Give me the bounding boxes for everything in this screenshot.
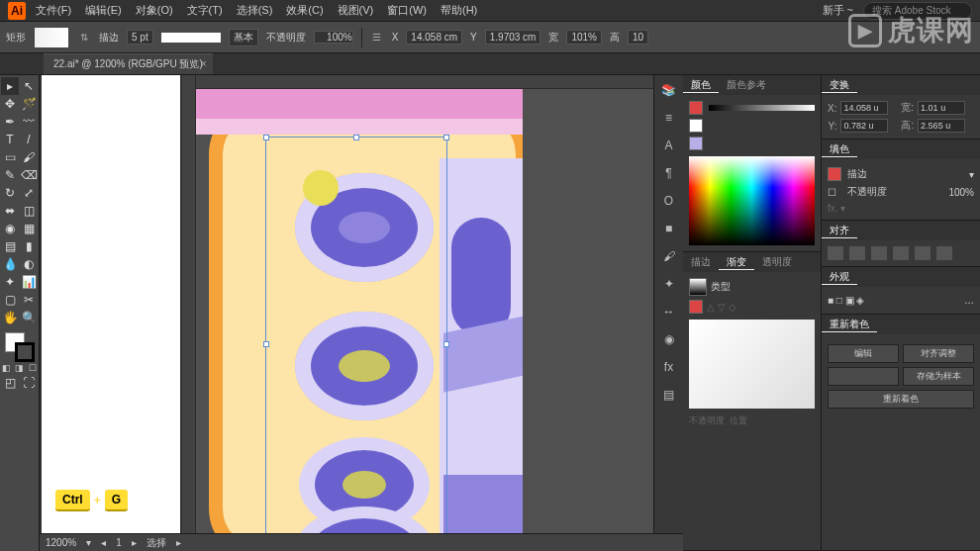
menu-select[interactable]: 选择(S) <box>237 3 273 18</box>
gradient-mode[interactable]: ◨ <box>14 362 26 374</box>
menu-view[interactable]: 视图(V) <box>338 3 374 18</box>
fill-swatch[interactable] <box>34 27 69 48</box>
tab-align[interactable]: 对齐 <box>822 224 857 238</box>
perspective-tool[interactable]: ▦ <box>20 220 38 237</box>
blend-tool[interactable]: ◐ <box>20 255 38 273</box>
grad-fill[interactable] <box>689 300 703 314</box>
graphic-styles-icon[interactable]: fx <box>660 358 678 376</box>
handle-mr[interactable] <box>443 341 449 347</box>
zoom-level[interactable]: 1200% <box>46 537 76 548</box>
menu-window[interactable]: 窗口(W) <box>387 3 427 18</box>
stroke-profile-preview[interactable] <box>161 33 221 43</box>
align-center-v-icon[interactable] <box>915 246 931 260</box>
fill-none-icon[interactable] <box>828 167 841 181</box>
shape-builder-tool[interactable]: ◉ <box>1 220 19 237</box>
tab-transform[interactable]: 变换 <box>822 78 857 93</box>
tfm-x[interactable] <box>840 101 888 115</box>
tab-color-guide[interactable]: 颜色参考 <box>719 78 774 92</box>
layers-icon[interactable]: ▤ <box>660 386 678 404</box>
recolor-adjust-btn[interactable]: 对齐调整 <box>903 344 974 363</box>
free-transform-tool[interactable]: ◫ <box>20 202 38 220</box>
close-icon[interactable]: × <box>201 58 209 66</box>
y-value[interactable]: 1.9703 cm <box>485 30 541 45</box>
gradient-tool[interactable]: ▮ <box>20 237 38 255</box>
draw-mode[interactable]: ◰ <box>1 374 19 392</box>
symbols-icon[interactable]: ✦ <box>660 275 678 293</box>
menu-edit[interactable]: 编辑(E) <box>85 3 122 18</box>
width-tool[interactable]: ⬌ <box>1 202 19 220</box>
recolor-main-btn[interactable]: 重新着色 <box>828 390 974 409</box>
search-stock[interactable]: 搜索 Adobe Stock <box>863 2 972 20</box>
graph-tool[interactable]: 📊 <box>20 273 38 291</box>
align-top-icon[interactable] <box>893 246 909 260</box>
magic-wand-tool[interactable]: ✥ <box>1 95 19 113</box>
tfm-w[interactable] <box>918 101 965 115</box>
color-mode[interactable]: ◧ <box>1 362 13 374</box>
tfm-h[interactable] <box>918 119 965 133</box>
opacity-value[interactable]: 100% <box>314 31 353 44</box>
gradient-swatch[interactable] <box>689 278 707 296</box>
fill-stroke-indicator[interactable] <box>5 332 35 362</box>
fill-indicator[interactable] <box>689 101 703 115</box>
direct-selection-tool[interactable]: ↖ <box>20 77 38 95</box>
align-icon[interactable]: ☰ <box>370 31 384 45</box>
stroke-indicator[interactable] <box>689 119 703 133</box>
color-spectrum[interactable] <box>689 156 815 245</box>
tab-gradient[interactable]: 渐变 <box>719 255 754 270</box>
paragraph-icon[interactable]: ¶ <box>660 164 678 182</box>
stroke-weight[interactable]: 5 pt <box>127 30 153 45</box>
gradient-preview[interactable] <box>689 320 815 409</box>
h-value[interactable]: 10 <box>628 30 648 45</box>
opentype-icon[interactable]: O <box>660 192 678 210</box>
lasso-tool[interactable]: 🪄 <box>20 95 38 113</box>
align-left-icon[interactable] <box>828 246 843 260</box>
menu-type[interactable]: 文字(T) <box>187 3 223 18</box>
rotate-tool[interactable]: ↻ <box>1 184 19 202</box>
tfm-y[interactable] <box>840 119 888 133</box>
transform-icon[interactable]: ↔ <box>660 303 678 321</box>
canvas[interactable] <box>182 75 683 551</box>
tab-color[interactable]: 颜色 <box>683 78 719 93</box>
scale-tool[interactable]: ⤢ <box>20 184 38 202</box>
type-tool[interactable]: T <box>1 131 19 148</box>
brushes-icon[interactable]: 🖌 <box>660 247 678 265</box>
properties-icon[interactable]: ≡ <box>660 109 678 127</box>
pencil-tool[interactable]: ✎ <box>1 166 19 184</box>
character-icon[interactable]: A <box>660 137 678 154</box>
tab-appearance[interactable]: 外观 <box>822 270 857 285</box>
x-value[interactable]: 14.058 cm <box>406 30 462 45</box>
tab-stroke[interactable]: 描边 <box>683 255 719 269</box>
slice-tool[interactable]: ✂ <box>20 291 38 309</box>
selection-tool[interactable]: ▸ <box>1 77 19 95</box>
tab-recolor[interactable]: 重新着色 <box>822 318 877 332</box>
recolor-edit-btn[interactable]: 编辑 <box>828 344 899 363</box>
eraser-tool[interactable]: ⌫ <box>20 166 38 184</box>
recolor-save-btn[interactable]: 存储为样本 <box>903 367 974 386</box>
curvature-tool[interactable]: 〰 <box>20 113 38 131</box>
ruler-vertical[interactable] <box>182 75 196 551</box>
hand-tool[interactable]: 🖐 <box>1 309 19 326</box>
swatches-icon[interactable]: ■ <box>660 220 678 237</box>
color-slider[interactable] <box>709 105 815 111</box>
opacity-val2[interactable]: 100% <box>948 187 974 198</box>
eyedropper-tool[interactable]: 💧 <box>1 255 19 273</box>
selection-bounding-box[interactable] <box>265 137 447 551</box>
menu-object[interactable]: 对象(O) <box>136 3 173 18</box>
screen-mode[interactable]: ⛶ <box>20 374 38 392</box>
artboard-tool[interactable]: ▢ <box>1 291 19 309</box>
swap-icon[interactable]: ⇅ <box>77 31 91 45</box>
align-center-h-icon[interactable] <box>849 246 865 260</box>
none-mode[interactable]: ☐ <box>27 362 39 374</box>
align-right-icon[interactable] <box>871 246 887 260</box>
align-bottom-icon[interactable] <box>936 246 952 260</box>
nav-next[interactable]: ▸ <box>132 537 137 548</box>
brush-tool[interactable]: 🖌 <box>20 148 38 166</box>
nav-prev[interactable]: ◂ <box>101 537 106 548</box>
stroke-profile[interactable]: 基本 <box>229 29 258 46</box>
user-label[interactable]: 新手 ~ <box>823 3 853 18</box>
handle-tl[interactable] <box>263 135 269 140</box>
rectangle-tool[interactable]: ▭ <box>1 148 19 166</box>
handle-tm[interactable] <box>353 135 359 140</box>
tab-transparency[interactable]: 透明度 <box>754 255 800 269</box>
symbol-tool[interactable]: ✦ <box>1 273 19 291</box>
